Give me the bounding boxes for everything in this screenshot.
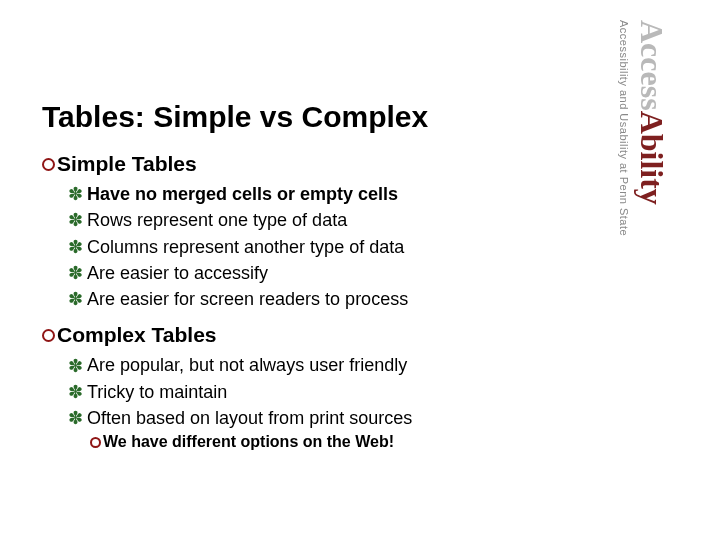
section-2-label: Complex Tables (57, 323, 217, 347)
list-item: ✽Columns represent another type of data (68, 235, 602, 259)
star-icon: ✽ (68, 409, 83, 427)
star-icon: ✽ (68, 185, 83, 203)
tagline: Accessibility and Usability at Penn Stat… (618, 20, 630, 520)
bullet-text: Columns represent another type of data (87, 235, 404, 259)
section-2-head: Complex Tables (42, 323, 602, 347)
star-icon: ✽ (68, 264, 83, 282)
section-1-bullets: ✽Have no merged cells or empty cells ✽Ro… (68, 182, 602, 311)
sub-text: We have different options on the Web! (103, 433, 394, 451)
list-item: ✽Are popular, but not always user friend… (68, 353, 602, 377)
star-icon: ✽ (68, 383, 83, 401)
bullet-text: Often based on layout from print sources (87, 406, 412, 430)
list-item: ✽Have no merged cells or empty cells (68, 182, 602, 206)
brand-part1: Access (634, 20, 670, 111)
sidebar-brand: Accessibility and Usability at Penn Stat… (618, 20, 698, 520)
ring-icon (42, 158, 55, 171)
slide-title: Tables: Simple vs Complex (42, 100, 602, 134)
section-1-label: Simple Tables (57, 152, 197, 176)
bullet-text: Have no merged cells or empty cells (87, 182, 398, 206)
list-item: ✽Are easier for screen readers to proces… (68, 287, 602, 311)
bullet-text: Are easier to accessify (87, 261, 268, 285)
bullet-text: Tricky to maintain (87, 380, 227, 404)
bullet-text: Rows represent one type of data (87, 208, 347, 232)
list-item: ✽Are easier to accessify (68, 261, 602, 285)
star-icon: ✽ (68, 290, 83, 308)
section-1-head: Simple Tables (42, 152, 602, 176)
ring-icon (42, 329, 55, 342)
star-icon: ✽ (68, 238, 83, 256)
list-item: ✽Rows represent one type of data (68, 208, 602, 232)
ring-icon (90, 437, 101, 448)
slide-content: Tables: Simple vs Complex Simple Tables … (42, 100, 602, 463)
brand-part2: Ability (634, 111, 670, 205)
section-2-bullets: ✽Are popular, but not always user friend… (68, 353, 602, 451)
list-item: ✽Tricky to maintain (68, 380, 602, 404)
star-icon: ✽ (68, 357, 83, 375)
sub-item: We have different options on the Web! (90, 433, 602, 451)
list-item: ✽Often based on layout from print source… (68, 406, 602, 430)
bullet-text: Are easier for screen readers to process (87, 287, 408, 311)
bullet-text: Are popular, but not always user friendl… (87, 353, 407, 377)
star-icon: ✽ (68, 211, 83, 229)
brand-logo: AccessAbility (636, 20, 668, 520)
